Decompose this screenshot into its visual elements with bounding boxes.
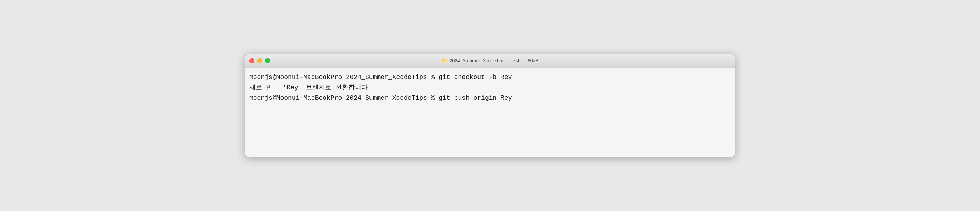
terminal-line-2: 새로 만든 'Rey' 브랜치로 전환합니다 [249, 83, 731, 93]
terminal-line-3: moonjs@Moonui-MacBookPro 2024_Summer_Xco… [249, 94, 731, 103]
close-button[interactable] [249, 58, 254, 63]
folder-icon: 📁 [442, 58, 447, 63]
traffic-lights [249, 58, 270, 63]
terminal-body[interactable]: moonjs@Moonui-MacBookPro 2024_Summer_Xco… [245, 68, 735, 157]
terminal-line-1: moonjs@Moonui-MacBookPro 2024_Summer_Xco… [249, 73, 731, 82]
window-title-text: 2024_Summer_XcodeTips — -zsh — 80×8 [450, 58, 538, 63]
terminal-window: 📁 2024_Summer_XcodeTips — -zsh — 80×8 mo… [245, 54, 735, 157]
maximize-button[interactable] [265, 58, 270, 63]
window-title: 📁 2024_Summer_XcodeTips — -zsh — 80×8 [442, 58, 538, 63]
title-bar: 📁 2024_Summer_XcodeTips — -zsh — 80×8 [245, 54, 735, 68]
minimize-button[interactable] [257, 58, 262, 63]
